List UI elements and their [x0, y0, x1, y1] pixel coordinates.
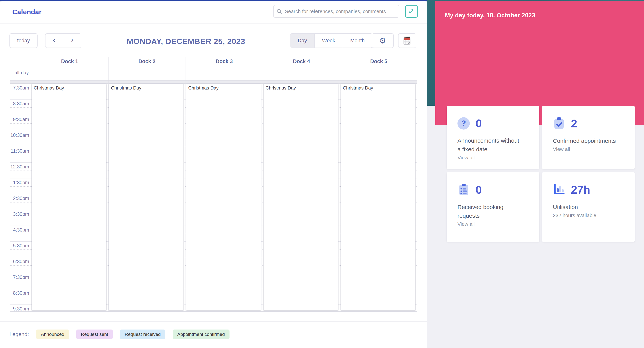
time-label: 11:30am	[10, 148, 29, 154]
time-label: 6:30pm	[10, 259, 29, 264]
search-input[interactable]	[284, 8, 396, 15]
question-circle-icon: ?	[458, 117, 470, 130]
view-tab-day[interactable]: Day	[290, 34, 314, 47]
time-label: 7:30pm	[10, 274, 29, 280]
calendar-event[interactable]: Christmas Day	[264, 84, 338, 310]
legend-badge-appointment-confirmed: Appointment confirmed	[173, 330, 230, 339]
bar-chart-icon	[553, 183, 565, 196]
dock-header-3: Dock 3	[186, 57, 263, 66]
clipboard-check-icon	[553, 117, 565, 130]
calendar-event[interactable]: Christmas Day	[341, 84, 416, 310]
my-day-card-4: 27hUtilisation232 hours available	[542, 172, 635, 242]
legend-divider	[0, 322, 427, 322]
event-title: Christmas Day	[111, 85, 182, 91]
time-label: 9:30pm	[10, 306, 29, 312]
view-all-link[interactable]: View all	[553, 146, 628, 152]
event-title: Christmas Day	[343, 85, 413, 91]
time-label: 3:30pm	[10, 211, 29, 217]
my-day-card-2: 2Confirmed appointmentsView all	[542, 106, 635, 169]
view-switcher: DayWeekMonth	[290, 33, 372, 48]
page-title: Calendar	[12, 8, 42, 16]
card-value: 0	[476, 117, 482, 130]
legend-badge-request-received: Request received	[120, 330, 165, 339]
dock-header-1: Dock 1	[31, 57, 108, 66]
card-subtitle: 232 hours available	[553, 212, 628, 218]
all-day-row	[10, 66, 417, 80]
legend-badge-announced: Announced	[36, 330, 69, 339]
datepicker-button[interactable]	[398, 33, 416, 48]
legend-label: Legend:	[10, 331, 29, 338]
time-label: 8:30am	[10, 101, 29, 106]
card-value: 0	[476, 183, 482, 196]
time-label: 5:30pm	[10, 243, 29, 248]
calendar-event[interactable]: Christmas Day	[32, 84, 106, 310]
prev-day-button[interactable]: ‹	[46, 34, 64, 47]
view-tab-week[interactable]: Week	[314, 34, 342, 47]
event-title: Christmas Day	[34, 85, 104, 91]
card-title: Received booking requests	[458, 203, 521, 220]
event-title: Christmas Day	[266, 85, 336, 91]
time-label: 9:30am	[10, 117, 29, 122]
calendar-panel: Calendar today ‹ › MONDAY, DECEMBER 25, …	[0, 1, 427, 348]
time-label: 8:30pm	[10, 290, 29, 296]
calendar-icon	[403, 36, 411, 45]
card-title: Announcements without a fixed date	[458, 136, 521, 154]
date-nav-group: ‹ ›	[45, 33, 81, 48]
day-grid: Dock 1Dock 2Dock 3Dock 4Dock 5all-day7:3…	[10, 57, 417, 312]
chevron-right-icon: ›	[71, 35, 74, 44]
clipboard-list-icon	[458, 183, 470, 196]
card-title: Utilisation	[553, 203, 616, 211]
gear-icon: ⚙	[379, 36, 386, 45]
card-value: 27h	[571, 183, 590, 196]
calendar-event[interactable]: Christmas Day	[186, 84, 261, 310]
current-date-title: MONDAY, DECEMBER 25, 2023	[77, 37, 295, 46]
settings-button[interactable]: ⚙	[372, 33, 394, 48]
time-label: 4:30pm	[10, 227, 29, 233]
event-title: Christmas Day	[188, 85, 259, 91]
grid-corner-cell	[10, 57, 31, 66]
chevron-left-icon: ‹	[53, 35, 56, 44]
expand-arrows-icon	[408, 7, 415, 15]
today-button[interactable]: today	[10, 33, 38, 48]
search-box[interactable]	[273, 5, 399, 18]
calendar-event[interactable]: Christmas Day	[109, 84, 184, 310]
dock-header-5: Dock 5	[340, 57, 418, 66]
my-day-card-3: 0Received booking requestsView all	[447, 172, 539, 242]
time-label: 2:30pm	[10, 195, 29, 201]
header-divider	[0, 23, 427, 24]
time-label: 1:30pm	[10, 180, 29, 185]
time-label: 10:30am	[10, 132, 29, 138]
search-icon	[276, 8, 282, 14]
my-day-cards: ?0Announcements without a fixed dateView…	[447, 106, 635, 242]
app-root: Calendar today ‹ › MONDAY, DECEMBER 25, …	[0, 0, 644, 348]
my-day-title: My day today, 18. October 2023	[445, 12, 535, 19]
dock-header-4: Dock 4	[263, 57, 340, 66]
grid-divider	[10, 80, 417, 84]
all-day-label: all-day	[10, 70, 29, 75]
expand-button[interactable]	[405, 5, 418, 18]
time-label: 7:30am	[10, 85, 29, 91]
legend: Legend: AnnouncedRequest sentRequest rec…	[10, 330, 230, 339]
view-all-link[interactable]: View all	[458, 221, 532, 227]
my-day-card-1: ?0Announcements without a fixed dateView…	[447, 106, 539, 169]
time-label: 12:30pm	[10, 164, 29, 170]
view-tab-month[interactable]: Month	[342, 34, 372, 47]
card-title: Confirmed appointments	[553, 137, 616, 145]
legend-badge-request-sent: Request sent	[76, 330, 113, 339]
dock-header-2: Dock 2	[108, 57, 186, 66]
card-value: 2	[571, 117, 577, 130]
view-all-link[interactable]: View all	[458, 155, 532, 161]
